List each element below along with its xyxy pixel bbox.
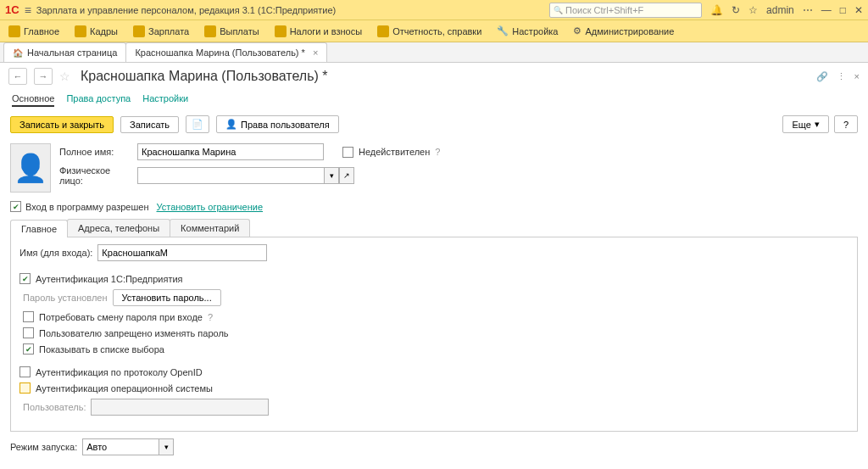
inner-tab-addresses[interactable]: Адреса, телефоны	[67, 219, 170, 237]
page-close-icon[interactable]: ×	[854, 71, 860, 82]
back-button[interactable]: ←	[8, 68, 27, 85]
os-user-input	[91, 399, 269, 416]
menu-vyplaty[interactable]: Выплаты	[204, 25, 259, 37]
password-set-label: Пароль установлен	[23, 293, 108, 303]
star-icon[interactable]: ☆	[748, 4, 758, 16]
menu-icon	[8, 25, 20, 37]
combo-open-icon[interactable]: ↗	[339, 167, 354, 184]
logo-1c: 1C	[5, 3, 19, 16]
user-rights-button[interactable]: 👤Права пользователя	[216, 115, 339, 133]
full-name-label: Полное имя:	[59, 147, 132, 157]
refresh-button[interactable]: 📄	[186, 115, 209, 133]
invalid-checkbox[interactable]	[342, 147, 353, 158]
maximize-icon[interactable]: □	[840, 4, 846, 16]
login-allowed-label: Вход в программу разрешен	[25, 202, 149, 212]
login-allowed-checkbox[interactable]	[10, 201, 21, 212]
page-title: Красношапка Марина (Пользователь) *	[81, 69, 328, 84]
menu-kadry[interactable]: Кадры	[75, 25, 118, 37]
auth-openid-label: Аутентификация по протоколу OpenID	[36, 367, 203, 377]
require-pwd-change-label: Потребовать смену пароля при входе	[39, 312, 203, 322]
auth-1c-checkbox[interactable]	[19, 273, 31, 284]
form-area: 👤 Полное имя: Недействителен ? Физическо…	[0, 138, 868, 198]
tab-home[interactable]: Начальная страница	[3, 42, 126, 62]
combo-dropdown-icon[interactable]: ▾	[324, 167, 339, 184]
phys-person-label: Физическое лицо:	[59, 165, 132, 186]
launch-mode-label: Режим запуска:	[10, 442, 77, 452]
auth-os-checkbox[interactable]	[19, 382, 31, 394]
forbid-pwd-change-label: Пользователю запрещено изменять пароль	[39, 328, 229, 338]
auth-openid-checkbox[interactable]	[19, 366, 31, 377]
subnav-main[interactable]: Основное	[12, 93, 54, 107]
hamburger-icon[interactable]: ≡	[25, 3, 31, 17]
tab-close-icon[interactable]: ×	[313, 47, 318, 58]
full-name-input[interactable]	[137, 143, 324, 160]
require-pwd-change-checkbox[interactable]	[23, 311, 34, 322]
launch-mode-select[interactable]: ▾	[82, 438, 174, 455]
title-bar-actions: 🔔 ↻ ☆ admin ⋯ — □ ✕	[710, 4, 863, 16]
menu-main[interactable]: Главное	[8, 25, 59, 37]
title-bar: 1C ≡ Зарплата и управление персоналом, р…	[0, 0, 868, 20]
global-search-input[interactable]: Поиск Ctrl+Shift+F	[549, 3, 702, 18]
help-icon[interactable]: ?	[208, 312, 213, 322]
user-label[interactable]: admin	[766, 4, 794, 16]
inner-tab-main[interactable]: Главное	[10, 220, 68, 237]
bell-icon[interactable]: 🔔	[710, 4, 723, 16]
login-name-label: Имя (для входа):	[19, 248, 92, 258]
show-in-list-checkbox[interactable]	[23, 343, 34, 355]
more-vertical-icon[interactable]: ⋮	[837, 71, 846, 82]
combo-dropdown-icon[interactable]: ▾	[159, 438, 174, 455]
menu-icon	[133, 25, 145, 37]
app-title: Зарплата и управление персоналом, редакц…	[36, 5, 549, 15]
show-in-list-label: Показывать в списке выбора	[39, 344, 164, 355]
inner-tabs: Главное Адреса, телефоны Комментарий	[10, 219, 858, 237]
tab-content-main: Имя (для входа): Аутентификация 1С:Предп…	[10, 237, 858, 432]
os-user-label: Пользователь:	[23, 402, 86, 412]
subnav: Основное Права доступа Настройки	[0, 90, 868, 110]
menu-icon	[204, 25, 216, 37]
gear-icon: ⚙	[573, 25, 581, 36]
subnav-settings[interactable]: Настройки	[142, 93, 188, 107]
auth-1c-label: Аутентификация 1С:Предприятия	[36, 274, 183, 284]
avatar[interactable]: 👤	[10, 143, 51, 193]
launch-mode-input[interactable]	[82, 438, 159, 455]
user-icon: 👤	[225, 119, 237, 130]
menu-nastroika[interactable]: 🔧Настройка	[497, 25, 558, 36]
set-restriction-link[interactable]: Установить ограничение	[157, 202, 264, 212]
phys-person-input[interactable]	[137, 167, 324, 184]
menu-nalogi[interactable]: Налоги и взносы	[275, 25, 363, 37]
menu-icon	[275, 25, 287, 37]
page-header-actions: 🔗 ⋮ ×	[816, 71, 860, 82]
inner-tab-comment[interactable]: Комментарий	[170, 219, 250, 237]
menu-icon	[377, 25, 389, 37]
link-icon[interactable]: 🔗	[816, 71, 828, 82]
set-password-button[interactable]: Установить пароль...	[113, 289, 221, 306]
more-button[interactable]: Еще ▾	[782, 115, 828, 133]
login-allowed-row: Вход в программу разрешен Установить огр…	[0, 198, 868, 215]
help-button[interactable]: ?	[834, 115, 858, 133]
menu-icon	[75, 25, 86, 37]
login-name-input[interactable]	[97, 244, 267, 261]
main-menu: Главное Кадры Зарплата Выплаты Налоги и …	[0, 20, 868, 42]
invalid-label: Недействителен	[359, 147, 430, 157]
settings-dots-icon[interactable]: ⋯	[803, 4, 813, 16]
forbid-pwd-change-checkbox[interactable]	[23, 327, 34, 338]
help-icon[interactable]: ?	[435, 147, 440, 157]
wrench-icon: 🔧	[497, 25, 509, 36]
minimize-icon[interactable]: —	[821, 4, 832, 16]
page-header: ← → ☆ Красношапка Марина (Пользователь) …	[0, 63, 868, 90]
forward-button[interactable]: →	[34, 68, 53, 85]
close-icon[interactable]: ✕	[854, 4, 863, 16]
auth-os-label: Аутентификация операционной системы	[36, 383, 213, 394]
tab-current[interactable]: Красношапка Марина (Пользователь) *×	[125, 42, 327, 62]
action-bar: Записать и закрыть Записать 📄 👤Права пол…	[0, 110, 868, 138]
history-icon[interactable]: ↻	[732, 4, 740, 16]
nav-tabs: Начальная страница Красношапка Марина (П…	[0, 42, 868, 63]
menu-admin[interactable]: ⚙Администрирование	[573, 25, 674, 36]
phys-person-combo[interactable]: ▾ ↗	[137, 167, 354, 184]
favorite-star-icon[interactable]: ☆	[59, 70, 70, 83]
subnav-rights[interactable]: Права доступа	[66, 93, 131, 107]
save-button[interactable]: Записать	[120, 116, 179, 133]
menu-zarplata[interactable]: Зарплата	[133, 25, 189, 37]
save-close-button[interactable]: Записать и закрыть	[10, 116, 114, 133]
menu-otchetnost[interactable]: Отчетность, справки	[377, 25, 481, 37]
